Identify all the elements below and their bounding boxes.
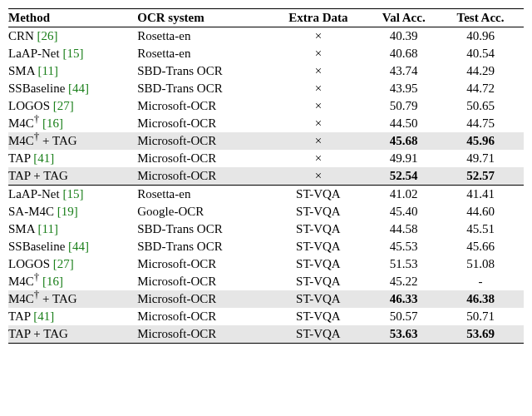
results-table: Method OCR system Extra Data Val Acc. Te… [8,8,524,344]
method-name: TAP + TAG [8,327,68,340]
cell-test: 45.66 [444,238,524,255]
citation-ref: [41] [33,310,54,323]
cell-val: 53.63 [370,325,444,344]
table-header-row: Method OCR system Extra Data Val Acc. Te… [8,9,524,27]
cell-val: 45.40 [370,203,444,220]
cell-ocr: Rosetta-en [137,186,273,204]
col-method: Method [8,9,137,27]
cell-test: 53.69 [444,325,524,344]
cell-extra: ST-VQA [273,325,370,344]
cell-method: M4C† [16] [8,273,137,290]
table-row: LOGOS [27]Microsoft-OCR×50.7950.65 [8,97,524,115]
cell-extra: × [273,167,370,186]
table-row: M4C† + TAGMicrosoft-OCRST-VQA46.3346.38 [8,290,524,308]
cell-val: 45.68 [370,132,444,150]
cell-extra: × [273,115,370,132]
cell-ocr: Microsoft-OCR [137,290,273,308]
cell-method: TAP + TAG [8,325,137,344]
table-row: TAP [41]Microsoft-OCRST-VQA50.5750.71 [8,308,524,325]
method-name: SMA [8,222,35,235]
cell-test: 51.08 [444,255,524,273]
citation-ref: [16] [42,275,63,288]
table-row: CRN [26]Rosetta-en×40.3940.96 [8,27,524,46]
cell-val: 44.58 [370,220,444,238]
cell-extra: ST-VQA [273,186,370,204]
cell-ocr: Microsoft-OCR [137,115,273,132]
cell-test: 45.51 [444,220,524,238]
cell-test: 49.71 [444,150,524,167]
cell-method: SMA [11] [8,62,137,80]
method-suffix: + TAG [39,134,76,147]
citation-ref: [11] [37,222,57,235]
table-row: M4C† [16]Microsoft-OCRST-VQA45.22- [8,273,524,290]
col-extra: Extra Data [273,9,370,27]
cell-extra: ST-VQA [273,290,370,308]
table-row: SMA [11]SBD-Trans OCRST-VQA44.5845.51 [8,220,524,238]
col-ocr: OCR system [137,9,273,27]
dagger-icon: † [34,270,40,283]
cell-method: SMA [11] [8,220,137,238]
table-row: TAP [41]Microsoft-OCR×49.9149.71 [8,150,524,167]
cell-ocr: Microsoft-OCR [137,132,273,150]
table-row: SSBaseline [44]SBD-Trans OCR×43.9544.72 [8,80,524,97]
dagger-icon: † [34,112,40,125]
cell-extra: × [273,80,370,97]
cell-test: 44.29 [444,62,524,80]
citation-ref: [27] [53,99,74,112]
cell-ocr: Microsoft-OCR [137,167,273,186]
cell-ocr: Microsoft-OCR [137,97,273,115]
cell-val: 40.39 [370,27,444,46]
cell-test: 46.38 [444,290,524,308]
cell-ocr: Google-OCR [137,203,273,220]
cell-test: 52.57 [444,167,524,186]
cell-method: LOGOS [27] [8,97,137,115]
cell-ocr: Microsoft-OCR [137,273,273,290]
method-name: TAP [8,310,31,323]
method-name: TAP [8,151,31,165]
cell-ocr: Microsoft-OCR [137,325,273,344]
cell-val: 52.54 [370,167,444,186]
cell-val: 49.91 [370,150,444,167]
cell-val: 46.33 [370,290,444,308]
method-name: LaAP-Net [8,187,60,201]
cell-ocr: Microsoft-OCR [137,150,273,167]
table-row: SSBaseline [44]SBD-Trans OCRST-VQA45.534… [8,238,524,255]
method-name: SA-M4C [8,205,54,218]
table-row: LaAP-Net [15]Rosetta-en×40.6840.54 [8,45,524,62]
method-name: LOGOS [8,99,50,112]
cell-method: LaAP-Net [15] [8,186,137,204]
cell-ocr: SBD-Trans OCR [137,238,273,255]
cell-extra: × [273,132,370,150]
cell-extra: × [273,45,370,62]
method-name: SMA [8,64,35,77]
method-name: M4C [8,275,34,288]
cell-val: 50.79 [370,97,444,115]
cell-extra: × [273,27,370,46]
method-name: CRN [8,29,34,42]
method-name: M4C [8,292,34,305]
citation-ref: [27] [53,257,74,270]
method-name: SSBaseline [8,240,65,253]
cell-test: 44.60 [444,203,524,220]
cell-extra: ST-VQA [273,308,370,325]
cell-test: 44.75 [444,115,524,132]
cell-method: LOGOS [27] [8,255,137,273]
citation-ref: [26] [37,29,58,42]
cell-ocr: SBD-Trans OCR [137,220,273,238]
cell-val: 44.50 [370,115,444,132]
table-row: LOGOS [27]Microsoft-OCRST-VQA51.5351.08 [8,255,524,273]
cell-ocr: Microsoft-OCR [137,308,273,325]
cell-extra: ST-VQA [273,220,370,238]
cell-val: 50.57 [370,308,444,325]
method-name: M4C [8,116,34,130]
citation-ref: [15] [62,187,83,201]
cell-extra: × [273,97,370,115]
cell-val: 43.74 [370,62,444,80]
method-name: M4C [8,134,34,147]
cell-method: TAP + TAG [8,167,137,186]
col-val: Val Acc. [370,9,444,27]
col-test: Test Acc. [444,9,524,27]
cell-extra: × [273,62,370,80]
cell-extra: ST-VQA [273,255,370,273]
table-row: TAP + TAGMicrosoft-OCRST-VQA53.6353.69 [8,325,524,344]
